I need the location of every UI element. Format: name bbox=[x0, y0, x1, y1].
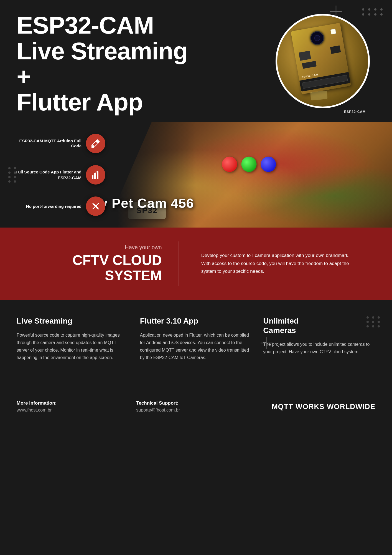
feature-item-1: ESP32-CAM MQTT Arduino Full Code bbox=[0, 134, 105, 153]
dot bbox=[380, 8, 383, 11]
features-bottom-section: Live Streaming Powerful source code to c… bbox=[0, 300, 392, 392]
more-info-label: More Information: bbox=[17, 400, 136, 406]
dots-left bbox=[8, 167, 17, 183]
footer-more-info: More Information: www.fhost.com.br bbox=[17, 400, 136, 413]
streaming-title: Live Streaming bbox=[17, 316, 129, 326]
flutter-title: Flutter 3.10 App bbox=[140, 316, 252, 326]
streaming-description: Powerful source code to capture high-qua… bbox=[17, 331, 129, 362]
dots-right bbox=[366, 316, 381, 327]
tools-icon-circle bbox=[86, 196, 105, 216]
camera-circle: ESP32-CAM bbox=[276, 14, 370, 108]
header-section: ESP32-CAM Live Streaming + Flutter App bbox=[0, 0, 392, 122]
support-label: Technical Support: bbox=[136, 400, 256, 406]
more-info-value: www.fhost.com.br bbox=[17, 408, 136, 413]
edit-icon-circle bbox=[86, 134, 105, 153]
dot bbox=[374, 8, 376, 11]
red-right-panel: Develop your custom IoT camera applicati… bbox=[185, 252, 375, 276]
camera-image-area: ESP32-CAM ESP32-CAM bbox=[259, 11, 375, 117]
feature-text-3: No port-forwarding required bbox=[11, 203, 82, 209]
footer-support: Technical Support: suporte@fhost.com.br bbox=[136, 400, 256, 413]
main-title: ESP32-CAM Live Streaming + Flutter App bbox=[17, 12, 259, 115]
header-title: ESP32-CAM Live Streaming + Flutter App bbox=[17, 12, 259, 115]
feature-text-1: ESP32-CAM MQTT Arduino Full Code bbox=[11, 138, 82, 148]
red-left-panel: Have your own CFTV CLOUDSYSTEM bbox=[17, 244, 173, 283]
photo-section: SP32 My Pet Cam 456 ESP32-CAM MQTT Ardui… bbox=[0, 122, 392, 228]
dot bbox=[380, 13, 383, 16]
cameras-title: Unlimited Cameras bbox=[263, 316, 375, 335]
feature-col-cameras: Unlimited Cameras The project allows you… bbox=[263, 316, 375, 361]
dot bbox=[362, 8, 364, 11]
features-grid: Live Streaming Powerful source code to c… bbox=[17, 316, 375, 361]
esp32-cam-label: ESP32-CAM bbox=[344, 110, 366, 114]
footer: More Information: www.fhost.com.br Techn… bbox=[0, 392, 392, 421]
feature-text-2: Full Source Code App Flutter and ESP32-C… bbox=[11, 169, 82, 181]
crosshair-bottom bbox=[261, 337, 273, 350]
support-value: suporte@fhost.com.br bbox=[136, 408, 256, 413]
red-title: CFTV CLOUDSYSTEM bbox=[17, 253, 162, 283]
svg-rect-5 bbox=[94, 173, 96, 179]
divider bbox=[179, 241, 179, 286]
chart-icon-circle bbox=[86, 165, 105, 185]
tools-icon bbox=[91, 202, 100, 211]
feature-col-streaming: Live Streaming Powerful source code to c… bbox=[17, 316, 129, 361]
footer-brand: MQTT WORKS WORLDWIDE bbox=[256, 402, 375, 411]
red-subtitle: Have your own bbox=[17, 244, 162, 251]
red-section: Have your own CFTV CLOUDSYSTEM Develop y… bbox=[0, 228, 392, 300]
red-description: Develop your custom IoT camera applicati… bbox=[201, 252, 357, 276]
dot bbox=[368, 8, 370, 11]
svg-rect-4 bbox=[92, 175, 93, 179]
edit-icon bbox=[91, 139, 100, 148]
chart-icon bbox=[91, 170, 100, 179]
feature-item-3: No port-forwarding required bbox=[0, 196, 105, 216]
cameras-description: The project allows you to include unlimi… bbox=[263, 340, 375, 355]
feature-col-flutter: Flutter 3.10 App Application developed i… bbox=[140, 316, 252, 361]
flutter-description: Application developed in Flutter, which … bbox=[140, 331, 252, 362]
